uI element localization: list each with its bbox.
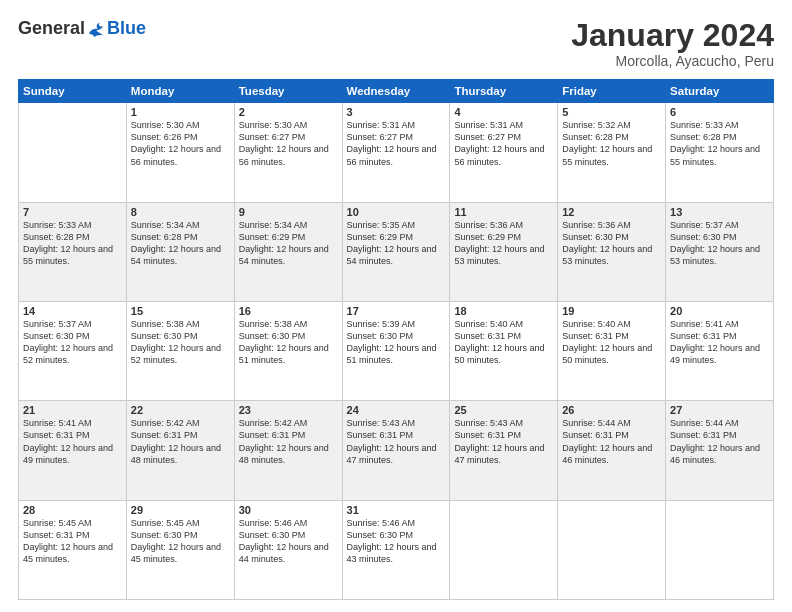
day-number: 22 (131, 404, 230, 416)
logo-text: General Blue (18, 18, 146, 39)
table-row: 27 Sunrise: 5:44 AM Sunset: 6:31 PM Dayl… (666, 401, 774, 500)
calendar-week-row: 14 Sunrise: 5:37 AM Sunset: 6:30 PM Dayl… (19, 301, 774, 400)
sunrise-text: Sunrise: 5:33 AM (670, 120, 739, 130)
sunset-text: Sunset: 6:31 PM (562, 331, 629, 341)
day-info: Sunrise: 5:45 AM Sunset: 6:31 PM Dayligh… (23, 517, 122, 566)
logo-general: General (18, 18, 85, 39)
calendar-title: January 2024 (571, 18, 774, 53)
sunrise-text: Sunrise: 5:34 AM (239, 220, 308, 230)
daylight-text: Daylight: 12 hours and 50 minutes. (562, 343, 652, 365)
daylight-text: Daylight: 12 hours and 48 minutes. (131, 443, 221, 465)
daylight-text: Daylight: 12 hours and 53 minutes. (562, 244, 652, 266)
sunset-text: Sunset: 6:31 PM (23, 430, 90, 440)
day-info: Sunrise: 5:34 AM Sunset: 6:29 PM Dayligh… (239, 219, 338, 268)
sunrise-text: Sunrise: 5:35 AM (347, 220, 416, 230)
sunset-text: Sunset: 6:29 PM (454, 232, 521, 242)
day-info: Sunrise: 5:44 AM Sunset: 6:31 PM Dayligh… (670, 417, 769, 466)
daylight-text: Daylight: 12 hours and 53 minutes. (670, 244, 760, 266)
table-row: 5 Sunrise: 5:32 AM Sunset: 6:28 PM Dayli… (558, 103, 666, 202)
logo: General Blue (18, 18, 146, 39)
day-info: Sunrise: 5:43 AM Sunset: 6:31 PM Dayligh… (347, 417, 446, 466)
table-row: 8 Sunrise: 5:34 AM Sunset: 6:28 PM Dayli… (126, 202, 234, 301)
sunrise-text: Sunrise: 5:36 AM (562, 220, 631, 230)
sunrise-text: Sunrise: 5:46 AM (239, 518, 308, 528)
day-number: 25 (454, 404, 553, 416)
sunrise-text: Sunrise: 5:30 AM (131, 120, 200, 130)
logo-blue: Blue (107, 18, 146, 39)
header-saturday: Saturday (666, 80, 774, 103)
day-number: 2 (239, 106, 338, 118)
table-row: 13 Sunrise: 5:37 AM Sunset: 6:30 PM Dayl… (666, 202, 774, 301)
title-block: January 2024 Morcolla, Ayacucho, Peru (571, 18, 774, 69)
daylight-text: Daylight: 12 hours and 54 minutes. (347, 244, 437, 266)
sunset-text: Sunset: 6:30 PM (347, 530, 414, 540)
sunrise-text: Sunrise: 5:39 AM (347, 319, 416, 329)
sunset-text: Sunset: 6:31 PM (131, 430, 198, 440)
daylight-text: Daylight: 12 hours and 44 minutes. (239, 542, 329, 564)
daylight-text: Daylight: 12 hours and 45 minutes. (23, 542, 113, 564)
day-info: Sunrise: 5:43 AM Sunset: 6:31 PM Dayligh… (454, 417, 553, 466)
daylight-text: Daylight: 12 hours and 43 minutes. (347, 542, 437, 564)
sunset-text: Sunset: 6:31 PM (347, 430, 414, 440)
header-monday: Monday (126, 80, 234, 103)
sunset-text: Sunset: 6:31 PM (454, 331, 521, 341)
table-row: 15 Sunrise: 5:38 AM Sunset: 6:30 PM Dayl… (126, 301, 234, 400)
sunrise-text: Sunrise: 5:37 AM (23, 319, 92, 329)
table-row: 20 Sunrise: 5:41 AM Sunset: 6:31 PM Dayl… (666, 301, 774, 400)
sunrise-text: Sunrise: 5:43 AM (454, 418, 523, 428)
sunset-text: Sunset: 6:31 PM (562, 430, 629, 440)
daylight-text: Daylight: 12 hours and 55 minutes. (670, 144, 760, 166)
day-number: 8 (131, 206, 230, 218)
day-info: Sunrise: 5:31 AM Sunset: 6:27 PM Dayligh… (454, 119, 553, 168)
day-number: 23 (239, 404, 338, 416)
daylight-text: Daylight: 12 hours and 54 minutes. (131, 244, 221, 266)
sunset-text: Sunset: 6:28 PM (562, 132, 629, 142)
header-friday: Friday (558, 80, 666, 103)
table-row: 3 Sunrise: 5:31 AM Sunset: 6:27 PM Dayli… (342, 103, 450, 202)
day-info: Sunrise: 5:30 AM Sunset: 6:27 PM Dayligh… (239, 119, 338, 168)
table-row: 28 Sunrise: 5:45 AM Sunset: 6:31 PM Dayl… (19, 500, 127, 599)
day-number: 13 (670, 206, 769, 218)
calendar-subtitle: Morcolla, Ayacucho, Peru (571, 53, 774, 69)
daylight-text: Daylight: 12 hours and 55 minutes. (23, 244, 113, 266)
sunset-text: Sunset: 6:27 PM (454, 132, 521, 142)
sunset-text: Sunset: 6:30 PM (131, 530, 198, 540)
sunrise-text: Sunrise: 5:44 AM (562, 418, 631, 428)
day-number: 3 (347, 106, 446, 118)
sunrise-text: Sunrise: 5:38 AM (131, 319, 200, 329)
sunset-text: Sunset: 6:31 PM (454, 430, 521, 440)
sunrise-text: Sunrise: 5:34 AM (131, 220, 200, 230)
sunrise-text: Sunrise: 5:30 AM (239, 120, 308, 130)
table-row (558, 500, 666, 599)
sunset-text: Sunset: 6:28 PM (131, 232, 198, 242)
day-info: Sunrise: 5:39 AM Sunset: 6:30 PM Dayligh… (347, 318, 446, 367)
table-row: 19 Sunrise: 5:40 AM Sunset: 6:31 PM Dayl… (558, 301, 666, 400)
daylight-text: Daylight: 12 hours and 49 minutes. (23, 443, 113, 465)
sunset-text: Sunset: 6:31 PM (670, 430, 737, 440)
sunset-text: Sunset: 6:30 PM (347, 331, 414, 341)
sunrise-text: Sunrise: 5:36 AM (454, 220, 523, 230)
day-info: Sunrise: 5:45 AM Sunset: 6:30 PM Dayligh… (131, 517, 230, 566)
sunset-text: Sunset: 6:30 PM (670, 232, 737, 242)
daylight-text: Daylight: 12 hours and 56 minutes. (454, 144, 544, 166)
sunrise-text: Sunrise: 5:45 AM (23, 518, 92, 528)
daylight-text: Daylight: 12 hours and 46 minutes. (562, 443, 652, 465)
table-row: 21 Sunrise: 5:41 AM Sunset: 6:31 PM Dayl… (19, 401, 127, 500)
day-number: 14 (23, 305, 122, 317)
day-info: Sunrise: 5:30 AM Sunset: 6:26 PM Dayligh… (131, 119, 230, 168)
sunset-text: Sunset: 6:31 PM (23, 530, 90, 540)
table-row: 24 Sunrise: 5:43 AM Sunset: 6:31 PM Dayl… (342, 401, 450, 500)
table-row (666, 500, 774, 599)
day-info: Sunrise: 5:38 AM Sunset: 6:30 PM Dayligh… (131, 318, 230, 367)
sunset-text: Sunset: 6:30 PM (239, 331, 306, 341)
day-info: Sunrise: 5:40 AM Sunset: 6:31 PM Dayligh… (454, 318, 553, 367)
daylight-text: Daylight: 12 hours and 47 minutes. (454, 443, 544, 465)
daylight-text: Daylight: 12 hours and 56 minutes. (239, 144, 329, 166)
sunrise-text: Sunrise: 5:31 AM (347, 120, 416, 130)
day-info: Sunrise: 5:32 AM Sunset: 6:28 PM Dayligh… (562, 119, 661, 168)
day-info: Sunrise: 5:38 AM Sunset: 6:30 PM Dayligh… (239, 318, 338, 367)
sunrise-text: Sunrise: 5:46 AM (347, 518, 416, 528)
sunset-text: Sunset: 6:31 PM (239, 430, 306, 440)
table-row: 23 Sunrise: 5:42 AM Sunset: 6:31 PM Dayl… (234, 401, 342, 500)
day-info: Sunrise: 5:46 AM Sunset: 6:30 PM Dayligh… (347, 517, 446, 566)
